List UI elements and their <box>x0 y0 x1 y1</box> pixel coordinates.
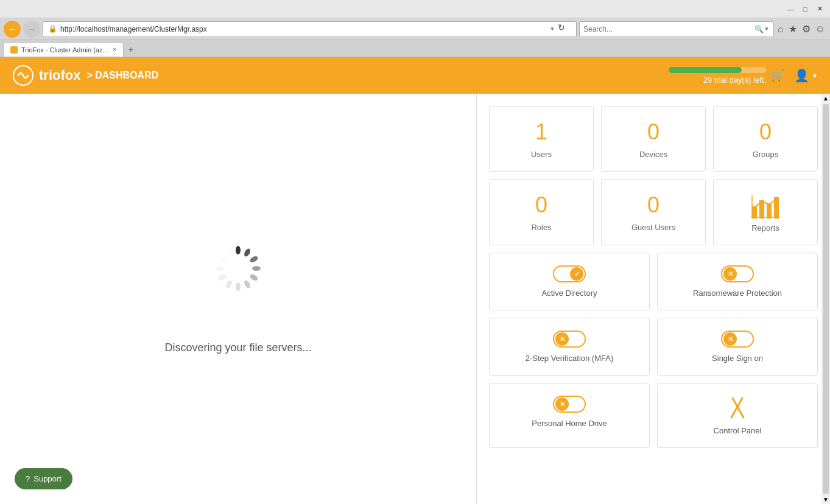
control-panel-card[interactable]: Control Panel <box>657 383 818 448</box>
sso-toggle[interactable]: ✕ <box>667 331 808 348</box>
active-tab[interactable]: TrioFox - Cluster Admin (az... ✕ <box>4 42 124 57</box>
sso-card[interactable]: ✕ Single Sign on <box>657 318 818 376</box>
toggle-on[interactable]: ✓ <box>553 265 586 282</box>
logo-area: triofox <box>12 65 80 86</box>
trial-text: 29 trial day(s) left. <box>703 75 766 85</box>
toggle-knob-on: ✓ <box>570 267 583 281</box>
user-menu-chevron-icon: ▼ <box>812 72 818 79</box>
support-button[interactable]: ? Support <box>15 468 72 489</box>
users-label: Users <box>499 150 584 159</box>
settings-icon[interactable]: ⚙ <box>801 22 812 36</box>
active-directory-label: Active Directory <box>499 289 640 298</box>
user-icon[interactable]: ☺ <box>814 23 826 36</box>
devices-label: Devices <box>611 150 696 159</box>
trial-progress-bar <box>669 67 766 73</box>
devices-count: 0 <box>611 119 696 145</box>
guest-users-stat-card[interactable]: 0 Guest Users <box>601 179 706 245</box>
browser-toolbar: ← → 🔒 http://localhost/management/Cluste… <box>0 18 830 40</box>
search-input[interactable] <box>583 25 754 33</box>
user-avatar-icon: 👤 <box>794 68 809 83</box>
svg-point-2 <box>243 247 251 257</box>
svg-point-19 <box>753 206 756 209</box>
tab-favicon <box>10 46 18 54</box>
x-icon-mfa: ✕ <box>560 335 565 343</box>
user-menu[interactable]: 👤 ▼ <box>794 68 818 83</box>
star-icon[interactable]: ★ <box>787 22 798 36</box>
maximize-button[interactable]: □ <box>800 4 811 15</box>
svg-point-11 <box>217 255 227 264</box>
x-icon: ✕ <box>728 270 733 278</box>
users-stat-card[interactable]: 1 Users <box>489 106 594 172</box>
phd-toggle[interactable]: ✕ <box>499 396 640 413</box>
svg-line-24 <box>733 398 744 418</box>
toggle-knob-phd: ✕ <box>555 397 569 411</box>
left-panel: .spinner-visual { width: 80px; height: 8… <box>0 94 477 504</box>
personal-home-drive-card[interactable]: ✕ Personal Home Drive <box>489 383 650 448</box>
logo-icon <box>12 65 34 86</box>
roles-stat-card[interactable]: 0 Roles <box>489 179 594 245</box>
header-right: 29 trial day(s) left. 🛒 👤 ▼ <box>669 67 818 85</box>
active-directory-card[interactable]: ✓ Active Directory <box>489 253 650 310</box>
svg-point-4 <box>252 266 261 271</box>
spinner-visual-container <box>214 244 262 317</box>
mfa-label: 2-Step Verification (MFA) <box>499 354 640 363</box>
scroll-down-button[interactable]: ▼ <box>821 495 830 504</box>
minimize-button[interactable]: — <box>785 4 796 15</box>
svg-point-5 <box>249 273 259 282</box>
refresh-button[interactable]: ↻ <box>558 23 571 36</box>
new-tab-button[interactable]: + <box>124 42 138 57</box>
address-bar[interactable]: 🔒 http://localhost/management/ClusterMgr… <box>43 21 577 37</box>
ransomware-protection-card[interactable]: ✕ Ransomeware Protection <box>657 253 818 310</box>
svg-point-7 <box>236 282 241 291</box>
checkmark-icon: ✓ <box>574 270 580 278</box>
toggle-knob-off: ✕ <box>723 267 737 281</box>
svg-point-21 <box>768 203 770 206</box>
svg-point-22 <box>775 198 778 200</box>
roles-count: 0 <box>499 192 584 218</box>
toggle-off-ransomware[interactable]: ✕ <box>721 265 754 282</box>
window-controls[interactable]: — □ ✕ <box>785 4 825 15</box>
search-bar[interactable]: 🔍 ▼ <box>579 21 774 37</box>
devices-stat-card[interactable]: 0 Devices <box>601 106 706 172</box>
scroll-up-button[interactable]: ▲ <box>821 94 830 103</box>
support-label: Support <box>33 474 62 483</box>
scrollbar[interactable]: ▲ ▼ <box>821 94 830 504</box>
active-directory-toggle[interactable]: ✓ <box>499 265 640 282</box>
groups-stat-card[interactable]: 0 Groups <box>713 106 818 172</box>
roles-label: Roles <box>499 223 584 232</box>
reports-chart-icon <box>723 192 808 219</box>
right-panel[interactable]: 1 Users 0 Devices 0 Groups 0 Roles 0 Gue… <box>477 94 830 504</box>
svg-point-3 <box>249 255 259 264</box>
svg-point-6 <box>243 279 251 289</box>
close-button[interactable]: ✕ <box>814 4 825 15</box>
reports-label: Reports <box>723 223 808 233</box>
loading-text: Discovering your file servers... <box>164 341 311 354</box>
mfa-card[interactable]: ✕ 2-Step Verification (MFA) <box>489 318 650 376</box>
search-icon[interactable]: 🔍 <box>754 25 764 33</box>
toggle-off-phd[interactable]: ✕ <box>553 396 586 413</box>
back-button[interactable]: ← <box>4 21 21 38</box>
control-panel-icon-container <box>667 396 808 420</box>
tab-close-button[interactable]: ✕ <box>112 46 117 53</box>
cart-icon[interactable]: 🛒 <box>771 69 784 82</box>
toggle-off-mfa[interactable]: ✕ <box>553 331 586 348</box>
ransomware-toggle[interactable]: ✕ <box>667 265 808 282</box>
reports-stat-card[interactable]: Reports <box>713 179 818 245</box>
guest-users-label: Guest Users <box>611 223 696 232</box>
app-header: triofox > DASHBOARD 29 trial day(s) left… <box>0 57 830 94</box>
support-question-icon: ? <box>26 474 30 483</box>
toggle-off-sso[interactable]: ✕ <box>721 331 754 348</box>
stats-grid: 1 Users 0 Devices 0 Groups 0 Roles 0 Gue… <box>489 106 818 245</box>
mfa-toggle[interactable]: ✕ <box>499 331 640 348</box>
svg-line-23 <box>731 398 742 418</box>
home-icon[interactable]: ⌂ <box>776 23 785 36</box>
groups-label: Groups <box>723 150 808 159</box>
x-icon-sso: ✕ <box>728 335 733 343</box>
forward-button[interactable]: → <box>23 21 40 38</box>
groups-count: 0 <box>723 119 808 145</box>
tab-label: TrioFox - Cluster Admin (az... <box>21 46 108 54</box>
search-dropdown[interactable]: ▼ <box>764 26 770 32</box>
address-dropdown[interactable]: ▼ <box>549 26 555 32</box>
svg-point-20 <box>761 200 763 203</box>
url-text: http://localhost/management/ClusterMgr.a… <box>60 25 547 33</box>
